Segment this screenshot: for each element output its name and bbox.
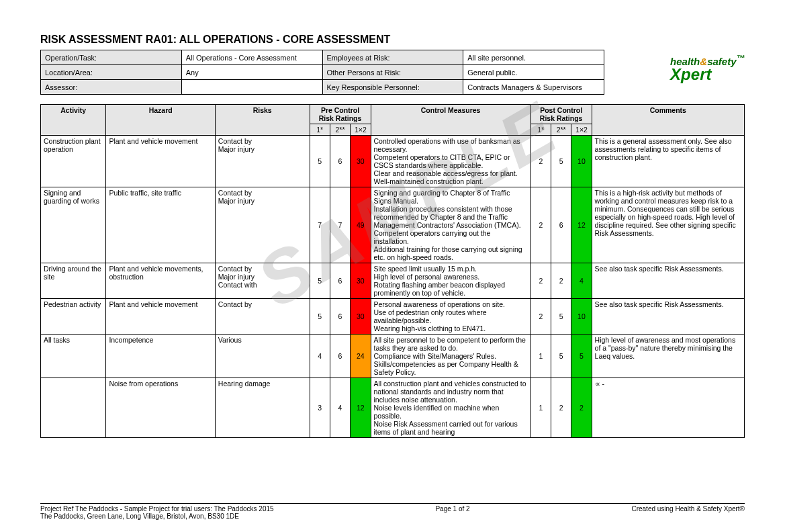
cell-post-s: 5 (551, 299, 571, 335)
cell-pre-r: 30 (351, 136, 371, 187)
cell-risks: Various (215, 335, 310, 378)
meta-employees-val: All site personnel. (463, 50, 604, 65)
cell-post-r: 10 (571, 136, 592, 187)
cell-comments: ∝ - (592, 378, 744, 438)
cell-cm: Site speed limit usually 15 m.p.h.High l… (371, 263, 530, 299)
th-comments: Comments (592, 105, 744, 136)
th-activity: Activity (41, 105, 106, 136)
meta-assessor-val (181, 80, 322, 95)
cell-pre-r: 49 (351, 187, 371, 263)
cell-activity: Construction plant operation (41, 136, 106, 187)
cell-comments: This is a general assessment only. See a… (592, 136, 744, 187)
cell-pre-s: 6 (330, 335, 350, 378)
meta-key-label: Key Responsible Personnel: (322, 80, 463, 95)
cell-hazard: Public traffic, site traffic (106, 187, 215, 263)
table-row: Construction plant operationPlant and ve… (41, 136, 745, 187)
footer-left: Project Ref The Paddocks - Sample Projec… (40, 505, 274, 520)
risk-table: Activity Hazard Risks Pre Control Risk R… (40, 104, 745, 438)
meta-table: Operation/Task: All Operations - Core As… (40, 50, 604, 95)
cell-pre-p: 5 (310, 136, 330, 187)
footer: Project Ref The Paddocks - Sample Projec… (40, 503, 745, 520)
cell-pre-r: 30 (351, 263, 371, 299)
cell-hazard: Noise from operations (106, 378, 215, 438)
cell-comments: This is a high-risk activity but methods… (592, 187, 744, 263)
th-cm: Control Measures (371, 105, 530, 136)
cell-post-s: 5 (551, 136, 571, 187)
cell-post-p: 1 (530, 335, 551, 378)
cell-hazard: Incompetence (106, 335, 215, 378)
cell-post-p: 2 (530, 136, 551, 187)
cell-comments: High level of awareness and most operati… (592, 335, 744, 378)
th-post3: 1×2 (571, 124, 592, 136)
cell-risks: Hearing damage (215, 378, 310, 438)
cell-risks: Contact byMajor injuryContact with (215, 263, 310, 299)
meta-location-label: Location/Area: (41, 65, 182, 80)
footer-center: Page 1 of 2 (435, 505, 469, 520)
cell-cm: Personal awareness of operations on site… (371, 299, 530, 335)
cell-risks: Contact by (215, 299, 310, 335)
cell-comments: See also task specific Risk Assessments. (592, 299, 744, 335)
cell-activity: Driving around the site (41, 263, 106, 299)
cell-comments: See also task specific Risk Assessments. (592, 263, 744, 299)
cell-post-p: 2 (530, 263, 551, 299)
cell-post-s: 6 (551, 187, 571, 263)
cell-post-s: 2 (551, 378, 571, 438)
cell-cm: All site personnel to be competent to pe… (371, 335, 530, 378)
meta-location-val: Any (181, 65, 322, 80)
cell-activity: Signing and guarding of works (41, 187, 106, 263)
cell-post-s: 5 (551, 335, 571, 378)
table-row: Pedestrian activityPlant and vehicle mov… (41, 299, 745, 335)
cell-cm: Controlled operations with use of banksm… (371, 136, 530, 187)
page-title: RISK ASSESSMENT RA01: ALL OPERATIONS - C… (40, 34, 745, 46)
cell-pre-p: 4 (310, 335, 330, 378)
th-pre: Pre Control Risk Ratings (310, 105, 371, 124)
cell-post-s: 2 (551, 263, 571, 299)
cell-cm: Signing and guarding to Chapter 8 of Tra… (371, 187, 530, 263)
cell-pre-p: 5 (310, 299, 330, 335)
cell-post-r: 2 (571, 378, 592, 438)
cell-post-p: 1 (530, 378, 551, 438)
th-post2: 2** (551, 124, 571, 136)
meta-operation-label: Operation/Task: (41, 50, 182, 65)
meta-operation-val: All Operations - Core Assessment (181, 50, 322, 65)
cell-post-p: 2 (530, 299, 551, 335)
cell-post-r: 12 (571, 187, 592, 263)
cell-post-p: 2 (530, 187, 551, 263)
cell-post-r: 10 (571, 299, 592, 335)
table-row: Signing and guarding of worksPublic traf… (41, 187, 745, 263)
cell-pre-s: 6 (330, 299, 350, 335)
table-row: Driving around the sitePlant and vehicle… (41, 263, 745, 299)
logo-top2: safety (707, 56, 736, 67)
cell-pre-p: 7 (310, 187, 330, 263)
th-pre3: 1×2 (351, 124, 371, 136)
cell-pre-r: 30 (351, 299, 371, 335)
cell-pre-s: 6 (330, 136, 350, 187)
th-pre1: 1* (310, 124, 330, 136)
meta-others-label: Other Persons at Risk: (322, 65, 463, 80)
cell-activity: All tasks (41, 335, 106, 378)
th-pre2: 2** (330, 124, 350, 136)
cell-risks: Contact byMajor injury (215, 136, 310, 187)
th-post: Post Control Risk Ratings (530, 105, 592, 124)
cell-risks: Contact byMajor injury (215, 187, 310, 263)
meta-key-val: Contracts Managers & Supervisors (463, 80, 604, 95)
cell-hazard: Plant and vehicle movements, obstruction (106, 263, 215, 299)
table-row: All tasksIncompetenceVarious4624All site… (41, 335, 745, 378)
footer-right: Created using Health & Safety Xpert® (631, 505, 745, 520)
cell-pre-s: 6 (330, 263, 350, 299)
cell-activity (41, 378, 106, 438)
cell-pre-s: 4 (330, 378, 350, 438)
th-post1: 1* (530, 124, 551, 136)
th-hazard: Hazard (106, 105, 215, 136)
cell-pre-r: 12 (351, 378, 371, 438)
logo: health&safety™ Xpert (604, 50, 745, 82)
cell-pre-p: 5 (310, 263, 330, 299)
cell-pre-s: 7 (330, 187, 350, 263)
meta-others-val: General public. (463, 65, 604, 80)
cell-cm: All construction plant and vehicles cons… (371, 378, 530, 438)
meta-employees-label: Employees at Risk: (322, 50, 463, 65)
cell-post-r: 5 (571, 335, 592, 378)
cell-activity: Pedestrian activity (41, 299, 106, 335)
cell-pre-r: 24 (351, 335, 371, 378)
logo-bot: Xpert (670, 67, 745, 82)
